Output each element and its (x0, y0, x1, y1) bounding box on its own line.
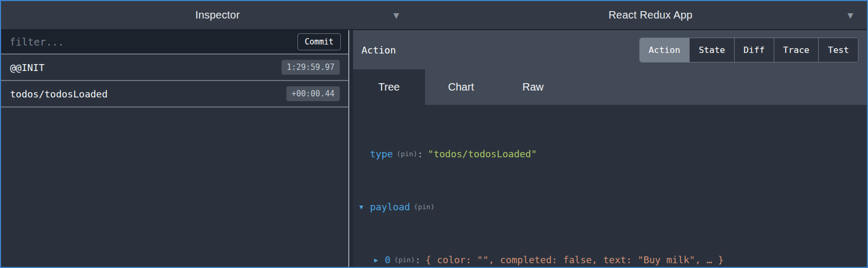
tree-row-item-0[interactable]: ▶ 0 (pin): { color: "", completed: false… (359, 250, 862, 267)
action-list-item-todos-loaded[interactable]: todos/todosLoaded +00:00.44 (1, 81, 348, 108)
action-list-item-init[interactable]: @@INIT 1:29:59.97 (1, 55, 348, 81)
tab-state[interactable]: State (689, 38, 734, 62)
detail-section-title: Action (361, 44, 396, 56)
pin-link[interactable]: (pin) (394, 256, 415, 264)
action-name: @@INIT (10, 62, 44, 73)
top-bar: Inspector ▼ React Redux App ▼ (1, 1, 867, 30)
redux-devtools-window: Inspector ▼ React Redux App ▼ Commit @@I… (0, 0, 868, 268)
tree-object-preview: { color: "", completed: false, text: "Bu… (426, 254, 724, 265)
tab-action[interactable]: Action (640, 38, 690, 62)
colon: : (415, 254, 421, 265)
tree-row-payload[interactable]: ▼ payload (pin) (359, 197, 862, 217)
action-timestamp: +00:00.44 (286, 86, 340, 101)
tree-row-type: type (pin): "todos/todosLoaded" (359, 144, 862, 164)
view-tab-chart[interactable]: Chart (425, 69, 497, 105)
filter-input[interactable] (10, 36, 297, 48)
colon: : (418, 148, 423, 159)
monitor-selector[interactable]: Inspector ▼ (1, 1, 434, 29)
view-tab-strip: Tree Chart Raw (353, 69, 867, 105)
action-detail-panel: Action Action State Diff Trace Test Tree… (353, 30, 867, 267)
filter-bar: Commit (1, 30, 348, 55)
tree-string-value: "todos/todosLoaded" (428, 148, 537, 159)
tree-key[interactable]: 0 (385, 254, 391, 265)
tab-diff[interactable]: Diff (734, 38, 774, 62)
tab-test[interactable]: Test (818, 38, 858, 62)
tree-key[interactable]: type (370, 148, 393, 159)
tab-trace[interactable]: Trace (774, 38, 819, 62)
action-name: todos/todosLoaded (10, 88, 107, 100)
collapse-arrow-icon[interactable]: ▼ (359, 203, 370, 211)
chevron-down-icon: ▼ (393, 12, 399, 19)
instance-title: React Redux App (609, 9, 693, 21)
view-tab-raw[interactable]: Raw (497, 69, 569, 105)
panel-resizer-handle[interactable] (348, 30, 353, 267)
detail-header: Action Action State Diff Trace Test (353, 30, 867, 69)
action-json-tree: type (pin): "todos/todosLoaded" ▼ payloa… (353, 105, 867, 267)
detail-tab-group: Action State Diff Trace Test (639, 38, 858, 62)
pin-link[interactable]: (pin) (414, 203, 435, 211)
expand-arrow-icon[interactable]: ▶ (374, 256, 385, 264)
tree-key[interactable]: payload (370, 201, 410, 212)
chevron-down-icon: ▼ (847, 12, 853, 19)
monitor-title: Inspector (195, 9, 240, 21)
commit-button[interactable]: Commit (297, 33, 341, 50)
view-tab-tree[interactable]: Tree (353, 69, 425, 105)
action-timestamp: 1:29:59.97 (282, 60, 340, 75)
pin-link[interactable]: (pin) (396, 150, 417, 158)
instance-selector[interactable]: React Redux App ▼ (434, 1, 867, 29)
main-area: Commit @@INIT 1:29:59.97 todos/todosLoad… (1, 30, 867, 267)
action-list-empty-space (1, 108, 348, 267)
action-list-panel: Commit @@INIT 1:29:59.97 todos/todosLoad… (1, 30, 348, 267)
